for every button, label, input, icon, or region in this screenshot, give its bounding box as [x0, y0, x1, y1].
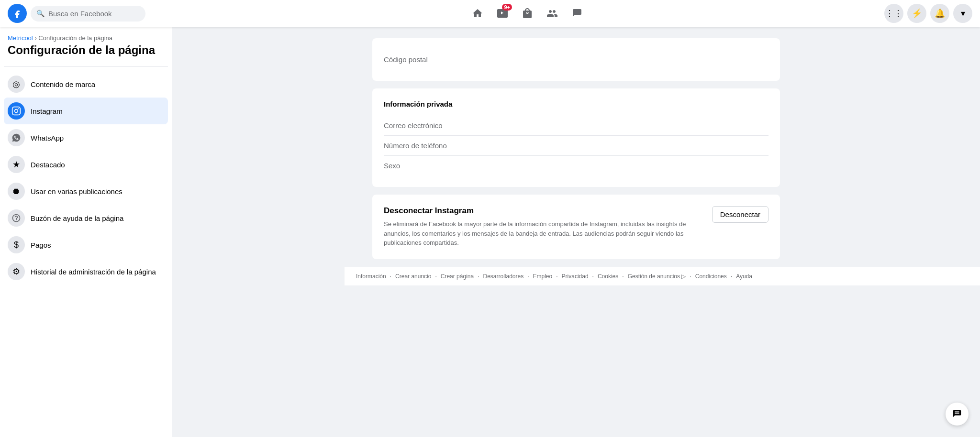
breadcrumb-current: Configuración de la página — [38, 34, 112, 42]
footer-link-ayuda[interactable]: Ayuda — [736, 273, 752, 280]
gender-field[interactable]: Sexo — [384, 156, 768, 175]
address-section: Código postal — [372, 38, 780, 81]
footer-link-crear-anuncio[interactable]: Crear anuncio — [395, 273, 431, 280]
sidebar-item-instagram-label: Instagram — [31, 107, 63, 115]
disconnect-instagram-section: Desconectar Instagram Se eliminará de Fa… — [372, 195, 780, 259]
sidebar-item-pagos[interactable]: $ Pagos — [4, 231, 168, 258]
sidebar-item-usar-varias-label: Usar en varias publicaciones — [31, 187, 122, 196]
sidebar-item-instagram[interactable]: Instagram — [4, 98, 168, 124]
fab-button[interactable] — [946, 403, 969, 426]
buzon-ayuda-icon — [8, 209, 25, 227]
nav-right: ⋮⋮ ⚡ 🔔 ▾ — [884, 4, 972, 23]
sidebar-item-buzon-ayuda[interactable]: Buzón de ayuda de la página — [4, 205, 168, 231]
private-info-section: Información privada Correo electrónico N… — [372, 88, 780, 187]
footer-link-privacidad[interactable]: Privacidad — [562, 273, 589, 280]
sidebar-item-contenido-marca[interactable]: ◎ Contenido de marca — [4, 71, 168, 98]
private-info-title: Información privada — [384, 100, 768, 108]
sidebar-item-contenido-marca-label: Contenido de marca — [31, 80, 95, 88]
instagram-icon — [8, 102, 25, 120]
marketplace-nav-btn[interactable] — [516, 2, 539, 25]
account-menu-btn[interactable]: ▾ — [953, 4, 972, 23]
messenger-icon-btn[interactable]: ⚡ — [907, 4, 926, 23]
svg-point-1 — [15, 109, 18, 113]
content-inner: Código postal Información privada Correo… — [361, 27, 791, 259]
groups-nav-btn[interactable] — [541, 2, 564, 25]
footer-link-informacion[interactable]: Información — [356, 273, 386, 280]
sidebar-item-whatsapp-label: WhatsApp — [31, 134, 64, 142]
email-label: Correo electrónico — [384, 121, 443, 130]
footer-link-condiciones[interactable]: Condiciones — [695, 273, 727, 280]
video-nav-btn[interactable]: 9+ — [491, 2, 514, 25]
contenido-marca-icon: ◎ — [8, 76, 25, 93]
whatsapp-icon — [8, 129, 25, 146]
svg-point-2 — [18, 109, 19, 109]
usar-varias-icon: ⏺ — [8, 183, 25, 200]
breadcrumb: Metricool › Configuración de la página — [4, 34, 168, 44]
disconnect-button[interactable]: Desconectar — [712, 206, 768, 223]
sidebar-item-pagos-label: Pagos — [31, 241, 51, 249]
footer-link-cookies[interactable]: Cookies — [598, 273, 618, 280]
sidebar-item-destacado-label: Destacado — [31, 161, 65, 169]
notifications-icon-btn[interactable]: 🔔 — [930, 4, 949, 23]
search-box[interactable]: 🔍 Busca en Facebook — [31, 6, 145, 22]
svg-rect-0 — [12, 107, 21, 115]
breadcrumb-parent[interactable]: Metricool — [8, 34, 33, 42]
page-layout: Metricool › Configuración de la página C… — [0, 27, 980, 437]
nav-left: 🔍 Busca en Facebook — [8, 4, 170, 23]
footer-link-desarrolladores[interactable]: Desarrolladores — [483, 273, 523, 280]
home-nav-btn[interactable] — [466, 2, 489, 25]
sidebar-item-historial[interactable]: ⚙ Historial de administración de la pági… — [4, 258, 168, 285]
sidebar-title: Configuración de la página — [4, 44, 168, 63]
search-icon: 🔍 — [36, 10, 45, 17]
sidebar-divider — [4, 66, 168, 67]
sidebar-item-usar-varias[interactable]: ⏺ Usar en varias publicaciones — [4, 178, 168, 205]
gender-label: Sexo — [384, 162, 400, 170]
phone-label: Número de teléfono — [384, 142, 447, 150]
pagos-icon: $ — [8, 236, 25, 253]
sidebar-item-destacado[interactable]: ★ Destacado — [4, 151, 168, 178]
nav-center: 9+ — [170, 2, 884, 25]
disconnect-title: Desconectar Instagram — [384, 206, 701, 216]
pages-nav-btn[interactable] — [566, 2, 589, 25]
facebook-logo[interactable] — [8, 4, 27, 23]
main-content: Código postal Información privada Correo… — [172, 27, 980, 437]
phone-field[interactable]: Número de teléfono — [384, 136, 768, 156]
footer-link-gestion-anuncios[interactable]: Gestión de anuncios ▷ — [628, 273, 686, 280]
postal-code-field: Código postal — [384, 50, 768, 69]
destacado-icon: ★ — [8, 156, 25, 173]
sidebar-item-buzon-ayuda-label: Buzón de ayuda de la página — [31, 214, 123, 222]
sidebar-item-whatsapp[interactable]: WhatsApp — [4, 124, 168, 151]
disconnect-text: Desconectar Instagram Se eliminará de Fa… — [384, 206, 701, 248]
disconnect-desc: Se eliminará de Facebook la mayor parte … — [384, 219, 701, 248]
sidebar-item-historial-label: Historial de administración de la página — [31, 268, 156, 276]
top-navigation: 🔍 Busca en Facebook 9+ ⋮⋮ ⚡ 🔔 ▾ — [0, 0, 980, 27]
search-placeholder: Busca en Facebook — [48, 10, 112, 18]
footer: Información · Crear anuncio · Crear pági… — [345, 267, 980, 285]
footer-link-empleo[interactable]: Empleo — [533, 273, 553, 280]
grid-icon-btn[interactable]: ⋮⋮ — [884, 4, 903, 23]
postal-code-label: Código postal — [384, 55, 428, 64]
footer-link-crear-pagina[interactable]: Crear página — [441, 273, 474, 280]
historial-icon: ⚙ — [8, 263, 25, 280]
video-badge: 9+ — [502, 4, 512, 11]
email-field[interactable]: Correo electrónico — [384, 116, 768, 136]
sidebar: Metricool › Configuración de la página C… — [0, 27, 172, 437]
